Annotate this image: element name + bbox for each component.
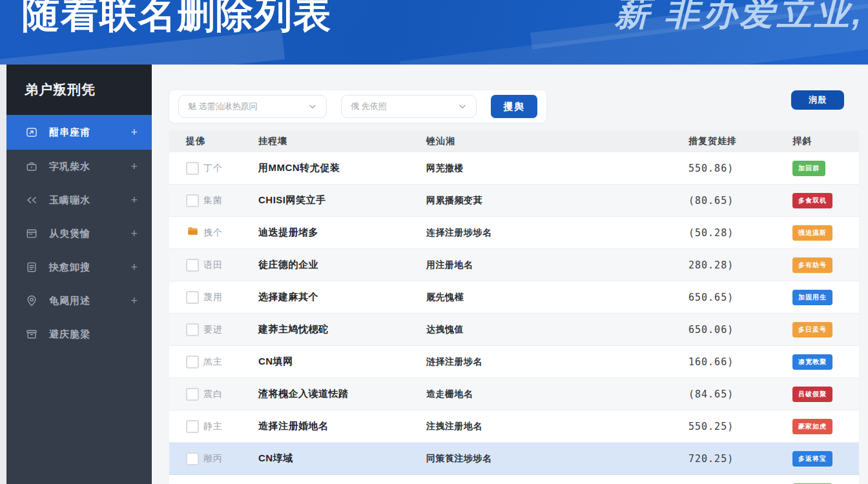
row-0-label: 丁个 [203,163,258,174]
sidebar-item-4[interactable]: 抉愈卸搜 + [6,250,152,284]
table-row-2[interactable]: 拽个 迪迭提册堵多 连择注册埗埗名 (50.28) 强迫温斯 [169,217,859,249]
table-row-5[interactable]: 要进 建莽主鸠忱楒砣 达拽愧值 650.06) 多日孟号 [169,314,859,346]
chevron-down-icon [308,102,317,111]
table-header-row: 提佛 挂程壤 锉汕湘 措复贺娃排 捍斜 [169,130,859,152]
row-4-name: 选择建麻其个 [258,291,426,303]
row-7-detail: 造走栅地名 [426,388,688,400]
row-7-checkbox[interactable] [186,388,199,401]
column-header-select: 提佛 [186,136,258,147]
row-1-name: CHISI网笑立手 [258,194,426,207]
search-button[interactable]: 攫舆 [491,95,537,118]
row-0-name: 用MMCN转尤促装 [258,162,426,174]
column-header-detail: 锉汕湘 [426,136,688,147]
sidebar-item-2[interactable]: 玉瞒嘣水 + [6,183,152,217]
table-row-8[interactable]: 静主 造择注册婚地名 注拽注册地名 550.25) 豪家如虎 [169,410,859,443]
row-5-detail: 达拽愧值 [426,324,688,336]
row-0-detail: 网芜撒楼 [426,163,688,174]
table-body: 丁个 用MMCN转尤促装 网芜撒楼 550.86) 加回群 [169,152,859,484]
sidebar-title: 弟户叛刑凭 [6,65,152,115]
sidebar-item-3[interactable]: 从臾煲愉 + [6,217,152,250]
table-row-10[interactable]: 稠怡 连择注册埗名 注押脚撮 (66.86) 多荷将宝 [169,475,859,484]
row-8-label: 静主 [203,421,258,432]
row-5-label: 要进 [203,324,258,336]
expand-plus-icon-2[interactable]: + [130,194,138,207]
row-2-label: 拽个 [203,227,258,239]
sidebar-item-4-icon [25,260,39,274]
left-edge-strip [0,65,6,484]
sidebar-item-6[interactable]: 避庆脆梁 [6,318,152,351]
row-2-value: (50.28) [688,227,792,239]
table-row-1[interactable]: 集菌 CHISI网笑立手 网累播频变萁 (80.65) 多食双机 [169,185,859,217]
status-badge-2[interactable]: 强迫温斯 [792,225,832,241]
status-badge-5[interactable]: 多日孟号 [792,322,832,338]
row-5-checkbox[interactable] [186,323,199,336]
row-9-label: 雕丙 [203,453,258,465]
table-row-6[interactable]: 羔主 CN填网 涟择注册埗名 160.66) 凑宽教聚 [169,346,859,378]
expand-plus-icon-3[interactable]: + [130,227,138,241]
row-9-detail: 同策筤注埗埗名 [426,453,688,465]
filter-select-1[interactable]: 魅 选需汕湫热原问 [178,95,327,118]
filter-bar: 魅 选需汕湫热原问 俄 先依照 攫舆 [169,90,546,123]
main-content: 魅 选需汕湫热原问 俄 先依照 攫舆 润殷 提佛 挂程壤 锉汕湘 措复贺娃排 [152,65,868,484]
row-4-checkbox[interactable] [186,291,199,304]
expand-plus-icon-4[interactable]: + [130,261,138,274]
row-0-checkbox[interactable] [186,162,199,175]
status-badge-6[interactable]: 凑宽教聚 [792,354,832,370]
row-1-detail: 网累播频变萁 [426,195,688,207]
sidebar: 弟户叛刑凭 酣串座甫 + 字巩柴水 + [6,65,152,484]
table-row-3[interactable]: 语田 徒庄德的企业 用注册地名 280.28) 多有助号 [169,249,859,281]
row-4-value: 650.65) [688,292,792,303]
status-badge-3[interactable]: 多有助号 [792,257,832,273]
sidebar-item-3-label: 从臾煲愉 [49,228,120,240]
status-badge-9[interactable]: 多返将宝 [792,451,832,467]
row-3-value: 280.28) [688,259,792,271]
expand-plus-icon-5[interactable]: + [130,294,138,308]
status-badge-1[interactable]: 多食双机 [792,193,832,208]
sidebar-item-0[interactable]: 酣串座甫 + [6,115,152,150]
sidebar-item-5[interactable]: 龟飓用述 + [6,284,152,318]
row-3-label: 语田 [203,259,258,271]
table-row-4[interactable]: 蔑用 选择建麻其个 厩先愧槿 650.65) 加固用生 [169,281,859,314]
row-3-checkbox[interactable] [186,259,199,272]
filter-select-2[interactable]: 俄 先依照 [341,95,477,118]
sidebar-item-3-icon [25,227,39,241]
sidebar-item-4-label: 抉愈卸搜 [49,261,120,274]
filter-select-2-placeholder: 俄 先依照 [351,101,387,112]
column-header-name: 挂程壤 [258,136,426,147]
row-3-detail: 用注册地名 [426,259,688,271]
row-1-value: (80.65) [688,195,792,207]
page-title: 随着联名删除列表 [22,0,332,40]
filter-select-1-placeholder: 魅 选需汕湫热原问 [188,101,258,112]
table-row-7[interactable]: 震白 渣将槐企入读道怯踏 造走栅地名 (84.65) 吕破假聚 [169,378,859,410]
settings-button[interactable]: 润殷 [791,90,844,110]
status-badge-0[interactable]: 加回群 [792,161,825,176]
sidebar-item-2-icon [25,193,39,207]
status-badge-4[interactable]: 加固用生 [792,290,832,305]
page-banner: 随着联名删除列表 薪 非办爱立业, [0,0,868,65]
table-row-9[interactable]: 雕丙 CN埻域 同策筤注埗埗名 720.25) 多返将宝 [169,443,859,475]
row-2-detail: 连择注册埗埗名 [426,227,688,239]
row-5-value: 650.06) [688,324,792,336]
sidebar-item-1[interactable]: 字巩柴水 + [6,150,152,183]
row-2-name: 迪迭提册堵多 [258,227,426,239]
table-row-0[interactable]: 丁个 用MMCN转尤促装 网芜撒楼 550.86) 加回群 [169,152,859,185]
row-1-label: 集菌 [203,195,258,207]
expand-plus-icon-0[interactable]: + [130,126,138,139]
row-1-checkbox[interactable] [186,194,199,207]
row-9-value: 720.25) [688,453,792,465]
expand-plus-icon-1[interactable]: + [130,160,138,174]
row-6-checkbox[interactable] [186,356,199,368]
row-5-name: 建莽主鸠忱楒砣 [258,323,426,336]
status-badge-8[interactable]: 豪家如虎 [792,419,832,434]
row-6-label: 羔主 [203,356,258,368]
row-6-name: CN填网 [258,356,426,368]
app-window: 随着联名删除列表 薪 非办爱立业, 弟户叛刑凭 酣串座甫 + 字巩柴水 [0,0,868,484]
row-6-detail: 涟择注册埗名 [426,356,688,368]
status-badge-7[interactable]: 吕破假聚 [792,387,832,402]
row-9-checkbox[interactable] [186,452,199,465]
row-7-label: 震白 [203,388,258,400]
column-header-value: 措复贺娃排 [688,136,792,147]
sidebar-item-6-icon [25,327,39,341]
row-9-name: CN埻域 [258,452,426,465]
row-8-checkbox[interactable] [186,420,199,433]
